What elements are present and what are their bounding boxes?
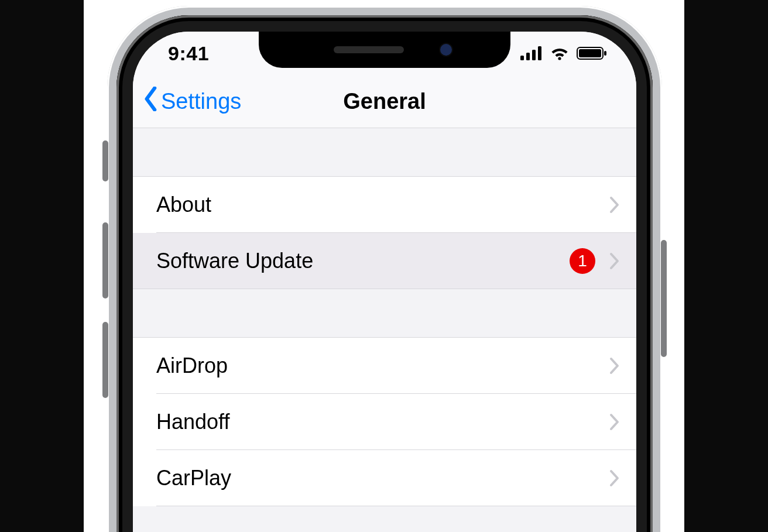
mute-switch: [102, 140, 108, 181]
notification-badge: 1: [570, 248, 595, 274]
row-label: Handoff: [156, 410, 609, 434]
row-handoff[interactable]: Handoff: [133, 394, 636, 450]
back-label: Settings: [161, 89, 241, 114]
volume-down-button: [102, 322, 108, 398]
row-airdrop[interactable]: AirDrop: [133, 338, 636, 394]
chevron-left-icon: [143, 87, 159, 116]
svg-rect-1: [526, 53, 530, 60]
row-label: Software Update: [156, 249, 570, 273]
svg-rect-2: [532, 50, 536, 60]
svg-rect-6: [579, 49, 601, 57]
notch: [259, 32, 510, 68]
chevron-right-icon: [609, 252, 620, 270]
nav-bar: Settings General: [133, 75, 636, 128]
screen: 9:41: [133, 32, 636, 532]
wifi-icon: [550, 46, 570, 60]
row-label: About: [156, 193, 609, 217]
row-software-update[interactable]: Software Update 1: [133, 233, 636, 289]
group-spacer: [133, 289, 636, 338]
chevron-right-icon: [609, 196, 620, 214]
speaker-slit: [334, 46, 404, 53]
row-label: CarPlay: [156, 466, 609, 490]
svg-rect-3: [538, 46, 541, 60]
cellular-signal-icon: [520, 46, 543, 60]
battery-icon: [577, 46, 607, 60]
back-button[interactable]: Settings: [133, 87, 241, 116]
front-camera: [439, 43, 453, 57]
power-button: [661, 240, 667, 357]
row-carplay[interactable]: CarPlay: [133, 450, 636, 506]
svg-rect-0: [520, 56, 524, 60]
chevron-right-icon: [609, 357, 620, 375]
status-time: 9:41: [168, 42, 209, 65]
volume-up-button: [102, 222, 108, 298]
row-about[interactable]: About: [133, 177, 636, 233]
row-label: AirDrop: [156, 353, 609, 378]
chevron-right-icon: [609, 469, 620, 487]
svg-rect-7: [604, 51, 606, 56]
settings-list[interactable]: About Software Update 1: [133, 128, 636, 506]
svg-point-4: [558, 57, 561, 60]
chevron-right-icon: [609, 413, 620, 431]
phone-frame: 9:41: [107, 6, 662, 532]
group-spacer: [133, 128, 636, 177]
